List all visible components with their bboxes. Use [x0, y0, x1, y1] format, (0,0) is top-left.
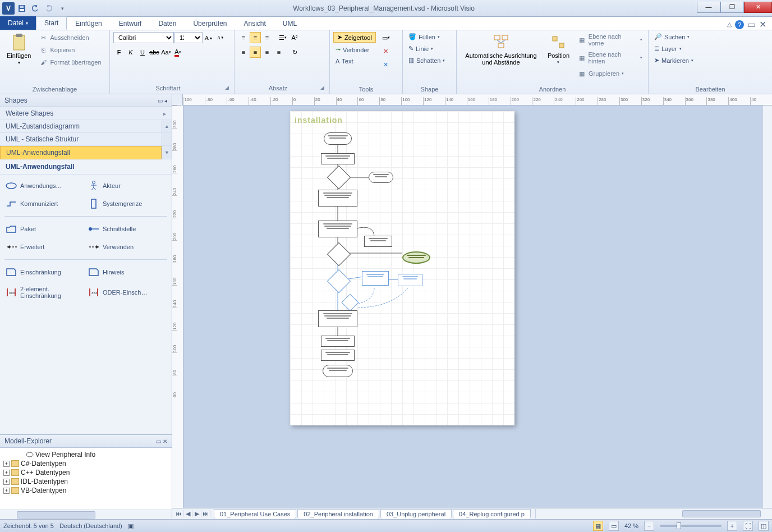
underline-button[interactable]: U: [137, 47, 148, 58]
italic-button[interactable]: K: [125, 47, 136, 58]
position-button[interactable]: Position▾: [544, 32, 573, 66]
stencil-row[interactable]: UML-Zustandsdiagramm: [0, 120, 162, 133]
tab-entwurf[interactable]: Entwurf: [111, 16, 150, 30]
strike-button[interactable]: abc: [149, 47, 160, 58]
status-language[interactable]: Deutsch (Deutschland): [59, 522, 122, 529]
window-close-icon[interactable]: ✕: [759, 19, 766, 30]
save-icon[interactable]: [16, 2, 28, 15]
align-bottom-button[interactable]: ≡: [261, 32, 273, 43]
dialog-launcher-icon[interactable]: ◢: [223, 85, 231, 93]
shape-stencil-item[interactable]: Hinweis: [87, 264, 167, 280]
stencil-scroll-icon[interactable]: ▼: [162, 146, 172, 159]
justify-button[interactable]: ≡: [273, 47, 284, 58]
more-shapes-row[interactable]: Weitere Shapes▸: [0, 107, 172, 120]
page-tab[interactable]: 04_Replug configured p: [453, 509, 531, 519]
bring-forward-button[interactable]: ▦Ebene nach vorne▾: [575, 32, 645, 48]
zoom-out-button[interactable]: −: [644, 521, 654, 531]
page-tab-scrollbar[interactable]: [535, 509, 772, 519]
bold-button[interactable]: F: [113, 47, 125, 58]
shape-stencil-item[interactable]: Verwenden: [87, 239, 167, 255]
connection-point-button[interactable]: ✕: [380, 59, 392, 70]
zoom-level[interactable]: 42 %: [624, 522, 638, 529]
connector-tool-button[interactable]: ⤳Verbinder: [333, 45, 376, 54]
bullets-button[interactable]: ☰▾: [277, 32, 288, 43]
fill-button[interactable]: 🪣Füllen▾: [406, 32, 447, 42]
copy-button[interactable]: ⎘Kopieren: [36, 44, 103, 56]
case-button[interactable]: Aa▾: [160, 47, 172, 58]
align-right-button[interactable]: ≡: [261, 47, 273, 58]
pan-zoom-button[interactable]: ◫: [759, 521, 769, 531]
auto-align-button[interactable]: Automatische Ausrichtung und Abstände: [460, 32, 542, 67]
align-left-button[interactable]: ≡: [238, 47, 249, 58]
increase-font-button[interactable]: A▲: [203, 32, 214, 43]
tab-uml[interactable]: UML: [274, 16, 305, 30]
macro-record-icon[interactable]: ▣: [128, 522, 134, 530]
text-tool-button[interactable]: AText: [333, 57, 376, 66]
tab-daten[interactable]: Daten: [150, 16, 185, 30]
shape-stencil-item[interactable]: Einschränkung: [4, 264, 85, 280]
zoom-slider[interactable]: [660, 525, 722, 527]
shape-stencil-item[interactable]: Paket: [4, 221, 85, 237]
tab-start[interactable]: Start: [36, 16, 67, 30]
expand-icon[interactable]: +: [3, 488, 10, 494]
vertical-scrollbar[interactable]: [762, 106, 772, 508]
next-page-button[interactable]: ▶: [192, 510, 201, 517]
view-fullscreen-button[interactable]: ▭: [609, 521, 619, 531]
shadow-button[interactable]: ▥Schatten▾: [406, 56, 447, 65]
line-button[interactable]: ✎Linie▾: [406, 44, 447, 53]
shape-stencil-item[interactable]: xxx2-element. Einschränkung: [4, 282, 85, 302]
horizontal-scrollbar[interactable]: [0, 510, 172, 519]
stencil-scroll-icon[interactable]: ▲: [162, 120, 172, 133]
superscript-button[interactable]: A²: [289, 32, 300, 43]
font-name-select[interactable]: Calibri: [113, 32, 174, 43]
first-page-button[interactable]: ⏮: [174, 510, 183, 517]
font-color-button[interactable]: A▾: [172, 47, 183, 58]
select-button[interactable]: ➤Markieren▾: [652, 56, 696, 65]
align-top-button[interactable]: ≡: [238, 32, 249, 43]
tree-row[interactable]: +VB-Datentypen: [3, 486, 168, 495]
tree-row[interactable]: View Peripheral Info: [3, 450, 168, 459]
layer-button[interactable]: ≣Layer▾: [652, 44, 696, 53]
shape-stencil-item[interactable]: Akteur: [87, 178, 167, 194]
cut-button[interactable]: ✂Ausschneiden: [36, 32, 103, 43]
drawing-page[interactable]: installation: [290, 111, 514, 425]
rectangle-tool-button[interactable]: ▭▾: [380, 32, 392, 43]
expand-icon[interactable]: +: [3, 479, 10, 485]
visio-logo-icon[interactable]: V: [2, 2, 15, 15]
redo-icon[interactable]: [43, 2, 55, 15]
delete-connector-button[interactable]: ✕: [380, 45, 392, 57]
page-tab[interactable]: 01_Peripheral Use Cases: [214, 509, 296, 519]
prev-page-button[interactable]: ◀: [183, 510, 192, 517]
page-tab[interactable]: 03_Unplug peripheral: [380, 509, 452, 519]
decrease-font-button[interactable]: A▼: [215, 32, 226, 43]
tab-einfügen[interactable]: Einfügen: [67, 16, 110, 30]
send-backward-button[interactable]: ▦Ebene nach hinten▾: [575, 50, 645, 66]
paste-button[interactable]: Einfügen ▾: [3, 32, 34, 66]
align-middle-button[interactable]: ≡: [250, 32, 261, 43]
pane-options-icon[interactable]: ▭ ◂: [158, 98, 167, 104]
shape-stencil-item[interactable]: xxxODER-Einsch…: [87, 282, 167, 302]
stencil-scroll-icon[interactable]: [162, 133, 172, 146]
fit-page-button[interactable]: ⛶: [743, 521, 753, 531]
shape-stencil-item[interactable]: Erweitert: [4, 239, 85, 255]
tab-ansicht[interactable]: Ansicht: [236, 16, 274, 30]
expand-icon[interactable]: +: [3, 461, 10, 467]
undo-icon[interactable]: [29, 2, 42, 15]
page-tab[interactable]: 02_Peripheral installation: [297, 509, 379, 519]
group-button[interactable]: ▦Gruppieren▾: [575, 68, 645, 79]
stencil-row[interactable]: UML - Statische Struktur: [0, 133, 162, 146]
minimize-ribbon-icon[interactable]: △: [727, 21, 732, 28]
tab-überprüfen[interactable]: Überprüfen: [185, 16, 235, 30]
qat-more-icon[interactable]: ▾: [56, 2, 68, 15]
rotate-text-button[interactable]: ↻: [289, 47, 300, 58]
align-center-button[interactable]: ≡: [250, 47, 261, 58]
dialog-launcher-icon[interactable]: ◢: [318, 85, 326, 93]
file-tab[interactable]: Datei ▾: [0, 16, 36, 30]
last-page-button[interactable]: ⏭: [201, 510, 210, 517]
stencil-row[interactable]: UML-Anwendungsfall: [0, 146, 162, 159]
pointer-tool-button[interactable]: ➤Zeigertool: [333, 32, 376, 43]
shape-stencil-item[interactable]: Kommuniziert: [4, 196, 85, 212]
find-button[interactable]: 🔎Suchen▾: [652, 32, 696, 42]
pane-options-icon[interactable]: ▭ ✕: [156, 438, 167, 444]
tree-row[interactable]: +C++ Datentypen: [3, 468, 168, 477]
